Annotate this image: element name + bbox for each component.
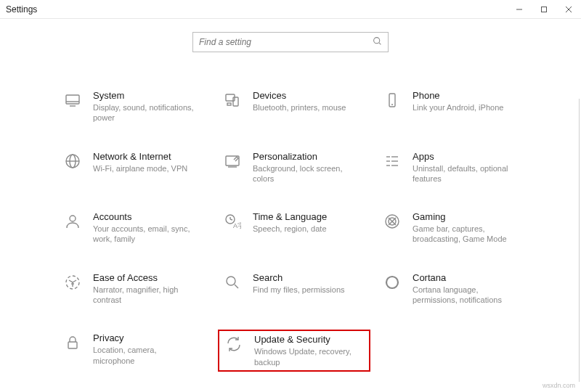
svg-rect-1 <box>542 7 547 12</box>
svg-point-36 <box>227 277 235 285</box>
tile-desc: Windows Update, recovery, backup <box>254 346 356 367</box>
search-icon <box>373 36 382 48</box>
tile-desc: Display, sound, notifications, power <box>93 102 195 123</box>
search-input[interactable] <box>199 37 373 47</box>
tile-cortana[interactable]: CortanaCortana language, permissions, no… <box>378 269 530 309</box>
tile-title: Gaming <box>413 211 514 222</box>
svg-text:A字: A字 <box>233 222 241 229</box>
content-area: SystemDisplay, sound, notifications, pow… <box>0 19 581 392</box>
tile-system[interactable]: SystemDisplay, sound, notifications, pow… <box>58 87 211 126</box>
tile-gaming[interactable]: GamingGame bar, captures, broadcasting, … <box>378 208 530 248</box>
svg-rect-11 <box>227 103 231 105</box>
tile-title: Phone <box>413 90 503 101</box>
tile-personalization[interactable]: PersonalizationBackground, lock screen, … <box>218 148 370 187</box>
tile-desc: Background, lock screen, colors <box>253 163 354 184</box>
tile-privacy[interactable]: PrivacyLocation, camera, microphone <box>58 330 211 372</box>
svg-rect-6 <box>66 95 79 104</box>
phone-icon <box>382 90 402 110</box>
devices-icon <box>222 90 243 110</box>
svg-line-5 <box>379 43 381 44</box>
tile-title: Privacy <box>93 332 195 343</box>
svg-line-37 <box>235 285 238 288</box>
privacy-icon <box>62 332 83 353</box>
tile-title: System <box>93 90 195 101</box>
tile-desc: Uninstall, defaults, optional features <box>413 163 514 184</box>
minimize-button[interactable] <box>507 0 532 19</box>
tile-update-security[interactable]: Update & SecurityWindows Update, recover… <box>218 330 370 372</box>
search-category-icon <box>222 272 243 293</box>
tile-accounts[interactable]: AccountsYour accounts, email, sync, work… <box>58 208 211 248</box>
tile-desc: Bluetooth, printers, mouse <box>253 102 346 113</box>
tile-desc: Find my files, permissions <box>253 285 345 295</box>
tile-devices[interactable]: DevicesBluetooth, printers, mouse <box>218 87 370 126</box>
svg-rect-39 <box>68 342 77 348</box>
svg-rect-10 <box>233 97 238 106</box>
close-button[interactable] <box>556 0 581 19</box>
tile-ease-of-access[interactable]: Ease of AccessNarrator, magnifier, high … <box>58 269 211 309</box>
apps-icon <box>382 151 402 171</box>
tile-desc: Location, camera, microphone <box>93 345 195 366</box>
tile-desc: Narrator, magnifier, high contrast <box>93 285 195 306</box>
tile-desc: Cortana language, permissions, notificat… <box>413 285 514 306</box>
maximize-button[interactable] <box>532 0 556 19</box>
titlebar: Settings <box>0 0 581 19</box>
tile-title: Personalization <box>253 151 354 162</box>
tile-title: Time & Language <box>253 211 327 222</box>
tile-time-language[interactable]: A字 Time & LanguageSpeech, region, date <box>218 208 370 248</box>
svg-point-38 <box>386 277 398 288</box>
update-security-icon <box>224 334 244 354</box>
system-icon <box>62 90 83 110</box>
tile-title: Accounts <box>93 211 195 222</box>
svg-line-28 <box>230 219 232 220</box>
accounts-icon <box>62 211 83 232</box>
tile-desc: Game bar, captures, broadcasting, Game M… <box>413 224 514 245</box>
personalization-icon <box>222 151 243 171</box>
svg-point-4 <box>374 38 380 44</box>
tile-desc: Link your Android, iPhone <box>413 102 503 113</box>
time-language-icon: A字 <box>222 211 243 232</box>
scrollbar[interactable] <box>579 99 580 382</box>
tile-title: Ease of Access <box>93 272 195 283</box>
tile-phone[interactable]: PhoneLink your Android, iPhone <box>378 87 530 126</box>
gaming-icon <box>382 211 402 232</box>
tile-title: Cortana <box>413 272 514 283</box>
tile-title: Devices <box>253 90 346 101</box>
tile-apps[interactable]: AppsUninstall, defaults, optional featur… <box>378 148 530 187</box>
svg-point-25 <box>70 216 76 221</box>
search-box[interactable] <box>192 32 389 52</box>
tile-network[interactable]: Network & InternetWi-Fi, airplane mode, … <box>58 148 211 187</box>
tile-title: Search <box>253 272 345 283</box>
tile-title: Network & Internet <box>93 151 187 162</box>
ease-of-access-icon <box>62 272 83 293</box>
tile-desc: Your accounts, email, sync, work, family <box>93 224 195 245</box>
tile-title: Apps <box>413 151 514 162</box>
watermark: wsxdn.com <box>543 382 575 389</box>
tile-title: Update & Security <box>254 334 356 345</box>
tile-desc: Speech, region, date <box>253 224 327 234</box>
settings-grid: SystemDisplay, sound, notifications, pow… <box>0 52 581 372</box>
cortana-icon <box>382 272 402 293</box>
tile-search[interactable]: SearchFind my files, permissions <box>218 269 370 309</box>
network-icon <box>62 151 83 171</box>
tile-desc: Wi-Fi, airplane mode, VPN <box>93 163 187 173</box>
window-title: Settings <box>6 4 37 15</box>
